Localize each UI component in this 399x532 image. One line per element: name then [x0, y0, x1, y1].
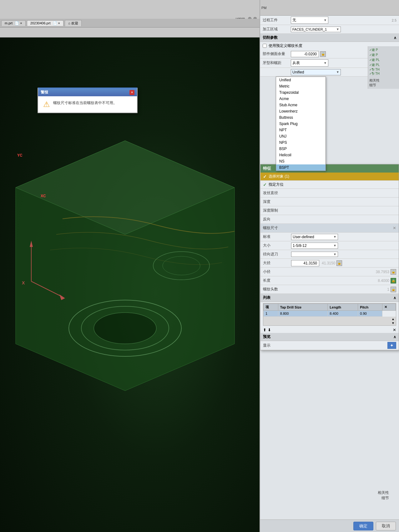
- machining-area-select[interactable]: FACES_CYLINDER_1 ▼: [291, 27, 341, 32]
- thread-standard-select[interactable]: Unified ▼: [291, 69, 341, 75]
- thread-standard-arrow: ▼: [336, 70, 339, 74]
- dropdown-item-ns[interactable]: NS: [276, 158, 326, 164]
- tab-20230406[interactable]: 20230406.prt 📄 ×: [27, 20, 63, 26]
- side-margin-input[interactable]: [291, 51, 319, 57]
- process-tool-row: 过程工件 无 ▼ 2.5: [260, 16, 399, 25]
- dropdown-item-bsp[interactable]: BSP: [276, 146, 326, 152]
- cut-params-collapse[interactable]: ∧: [394, 36, 396, 40]
- thread-starts-row: 螺纹头数 1 🔒: [260, 285, 399, 294]
- dropdown-item-npt[interactable]: NPT: [276, 127, 326, 133]
- rp-toolbar: PM: [260, 0, 399, 16]
- cell-tap-drill: 8.800: [278, 311, 328, 317]
- thread-size-close[interactable]: ✕: [393, 226, 396, 230]
- relativity-label: 相关性: [378, 490, 389, 495]
- side-labels: 相关性 细节: [378, 490, 389, 501]
- list-nav-remove[interactable]: ✕: [393, 328, 396, 332]
- check-item-1: ✓建 P: [369, 48, 398, 53]
- predefined-checkbox[interactable]: [263, 44, 267, 48]
- display-row: 显示 ✦: [260, 341, 399, 350]
- preview-collapse[interactable]: ∧: [393, 335, 396, 339]
- feature-step-1[interactable]: ✓ 选择对象 (1): [260, 173, 399, 181]
- thread-type-label: 牙型和螺距: [263, 60, 291, 66]
- machining-area-row: 加工区域 FACES_CYLINDER_1 ▼: [260, 25, 399, 34]
- dropdown-item-metric[interactable]: Metric: [276, 83, 326, 89]
- feature-panel: 特征 ✓ 选择对象 (1) ✓ 指定方位 攻丝直径 深度 深度限制 反向: [260, 164, 399, 350]
- checklist-panel: ✓建 P ✓建 P ✓建 PL ✓建 PL ✓¶r TH ✓¶r TH 相关性 …: [368, 46, 399, 89]
- dropdown-item-spark-plug[interactable]: Spark Plug: [276, 121, 326, 127]
- reverse-row: 反向: [260, 215, 399, 224]
- cell-pitch: 0.90: [358, 311, 382, 317]
- list-nav: ⬆ ⬇ ✕: [260, 327, 399, 333]
- radial-select[interactable]: ▼: [291, 252, 338, 257]
- machining-area-arrow: ▼: [336, 28, 339, 31]
- list-scroll-area: 项 Tap Drill Size Length Pitch ✕ 1 8.800 …: [263, 303, 396, 326]
- standard-select[interactable]: User-defined ▼: [291, 234, 338, 240]
- scroll-down-arrow[interactable]: ▼: [391, 321, 395, 325]
- list-table: 项 Tap Drill Size Length Pitch ✕ 1 8.800 …: [263, 304, 396, 317]
- check-item-5: ✓¶r TH: [369, 68, 398, 72]
- preview-section-header: 预览 ∧: [260, 333, 399, 341]
- thread-size-row: 螺纹尺寸 ✕: [260, 224, 399, 233]
- major-dia-lock[interactable]: 🔒: [336, 260, 342, 266]
- tab-bar: m.prt 📄 × 20230406.prt 📄 × ⌂ 欢迎: [0, 19, 260, 28]
- tab-mprt[interactable]: m.prt 📄 ×: [1, 20, 26, 26]
- cell-item: 1: [264, 311, 278, 317]
- length-row: 长度 8.4000 🔒: [260, 276, 399, 285]
- col-delete: ✕: [382, 304, 396, 311]
- display-icon-btn[interactable]: ✦: [387, 342, 396, 349]
- list-nav-down[interactable]: ⬇: [268, 328, 271, 332]
- cancel-button[interactable]: 取消: [376, 522, 396, 530]
- thread-type-dropdown-menu: Unified Metric Trapezoidal Acme Stub Acm…: [276, 77, 326, 171]
- list-collapse[interactable]: ∧: [393, 296, 396, 300]
- size-select[interactable]: 1-5/8-12 ▼: [291, 243, 338, 249]
- scroll-up-arrow[interactable]: ▲: [391, 317, 395, 321]
- dropdown-item-unified[interactable]: Unified: [276, 77, 326, 83]
- col-item: 项: [264, 304, 278, 311]
- process-tool-arrow: ▼: [324, 18, 327, 22]
- dropdown-item-bspt[interactable]: BSPT: [276, 164, 326, 171]
- size-arrow: ▼: [333, 244, 336, 247]
- alert-warning-icon: ⚠: [43, 100, 50, 109]
- alert-title: 警报: [41, 90, 48, 95]
- list-section-header: 列表 ∧: [260, 294, 399, 302]
- alert-close-button[interactable]: ✕: [129, 90, 134, 95]
- list-nav-up[interactable]: ⬆: [263, 328, 266, 332]
- dropdown-item-unj[interactable]: UNJ: [276, 133, 326, 139]
- dropdown-item-buttress[interactable]: Buttress: [276, 114, 326, 121]
- cut-params-header: 切削参数 ∧: [260, 34, 399, 42]
- alert-title-bar: 警报 ✕: [38, 88, 137, 96]
- side-margin-label: 部件侧面余量: [263, 51, 291, 57]
- col-length: Length: [328, 304, 358, 311]
- dropdown-item-helicoil[interactable]: Helicoil: [276, 152, 326, 158]
- size-row: 大小 1-5/8-12 ▼: [260, 241, 399, 250]
- dropdown-item-stub-acme[interactable]: Stub Acme: [276, 102, 326, 108]
- dropdown-item-acme[interactable]: Acme: [276, 96, 326, 102]
- thread-type-arrow: ▼: [324, 61, 327, 65]
- col-tap-drill: Tap Drill Size: [278, 304, 328, 311]
- thread-type-select[interactable]: 从表 ▼: [291, 59, 328, 67]
- radial-arrow: ▼: [333, 253, 336, 256]
- xc-axis-label: XC: [41, 194, 46, 198]
- dropdown-item-trapezoidal[interactable]: Trapezoidal: [276, 89, 326, 96]
- dropdown-item-nps[interactable]: NPS: [276, 139, 326, 146]
- col-pitch: Pitch: [358, 304, 382, 311]
- feature-step-2[interactable]: ✓ 指定方位: [260, 181, 399, 189]
- tab-welcome[interactable]: ⌂ 欢迎: [65, 20, 82, 26]
- minor-dia-lock[interactable]: 🔒: [391, 269, 396, 275]
- side-margin-lock[interactable]: 🔒: [320, 51, 326, 57]
- step2-check: ✓: [263, 182, 267, 187]
- alert-message: 螺纹尺寸标准在当前螺纹表中不可用。: [53, 100, 117, 106]
- check-item-3: ✓建 PL: [369, 58, 398, 63]
- relativity-side: 相关性: [369, 78, 398, 83]
- major-dia-input[interactable]: [291, 260, 319, 266]
- thread-starts-lock[interactable]: 🔒: [391, 287, 396, 292]
- process-tool-select[interactable]: 无 ▼: [291, 17, 328, 24]
- cell-length: 8.400: [328, 311, 358, 317]
- confirm-button[interactable]: 确定: [353, 522, 373, 530]
- check-item-4: ✓建 PL: [369, 63, 398, 68]
- standard-row: 标准 User-defined ▼: [260, 233, 399, 241]
- dropdown-item-lowenherz[interactable]: Lowenherz: [276, 108, 326, 114]
- table-row[interactable]: 1 8.800 8.400 0.90: [264, 311, 396, 317]
- standard-arrow: ▼: [333, 235, 336, 238]
- length-lock[interactable]: 🔒: [391, 278, 396, 284]
